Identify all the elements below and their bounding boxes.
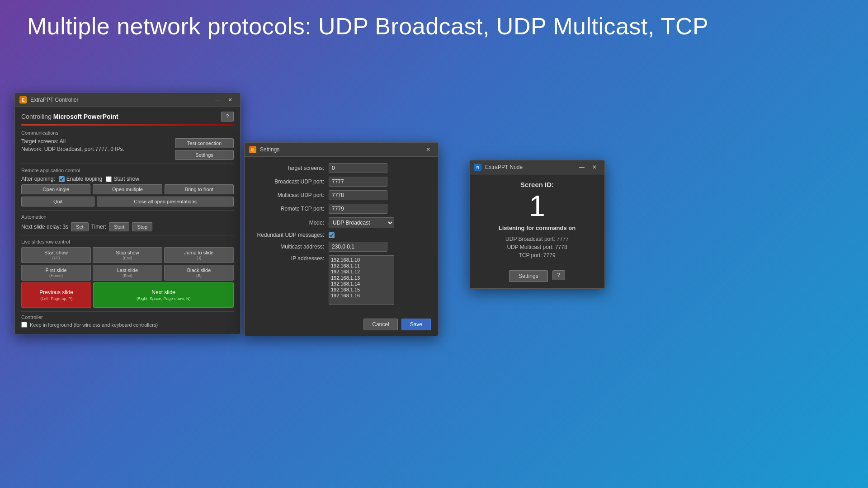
first-slide-btn[interactable]: First slide (Home) bbox=[21, 265, 91, 281]
automation-label: Automation bbox=[21, 214, 234, 220]
ip-addresses-row: IP addresses: 192.168.1.10 192.168.1.11 … bbox=[252, 255, 431, 305]
next-label: Next slide bbox=[151, 289, 175, 296]
enable-looping-checkbox[interactable] bbox=[59, 176, 65, 182]
quit-btn[interactable]: Quit bbox=[21, 197, 94, 206]
automation-row: Next slide delay: 3s Set Timer: Start St… bbox=[21, 222, 234, 231]
communications-row: Target screens: All Network: UDP Broadca… bbox=[21, 138, 234, 160]
save-btn[interactable]: Save bbox=[401, 319, 431, 330]
remote-tcp-input[interactable] bbox=[329, 204, 387, 214]
lsc-grid: Start show (F5) Stop show (Esc) Jump to … bbox=[21, 247, 234, 281]
previous-slide-btn[interactable]: Previous slide (Left, Page-up, P) bbox=[21, 282, 91, 308]
remote-tcp-row: Remote TCP port: bbox=[252, 204, 431, 214]
last-slide-btn[interactable]: Last slide (End) bbox=[93, 265, 162, 281]
multicast-address-label: Multicast address: bbox=[252, 244, 329, 250]
multicast-udp-row: Multicast UDP port: bbox=[252, 190, 431, 200]
node-minimize-btn[interactable]: — bbox=[576, 163, 587, 171]
timer-stop-btn[interactable]: Stop bbox=[132, 222, 152, 231]
set-btn[interactable]: Set bbox=[71, 222, 89, 231]
udp-broadcast-port-info: UDP Broadcast port: 7777 bbox=[478, 236, 596, 242]
target-screens-info: Target screens: All bbox=[21, 138, 171, 145]
black-slide-label: Black slide bbox=[187, 267, 211, 273]
mode-select[interactable]: UDP Broadcast UDP Multicast TCP bbox=[329, 217, 394, 228]
rac-buttons-row-2: Quit Close all open presentations bbox=[21, 197, 234, 206]
multicast-udp-input[interactable] bbox=[329, 190, 387, 200]
node-footer: Settings ? bbox=[470, 267, 604, 288]
rac-buttons-row-1: Open single Open multiple Bring to front bbox=[21, 184, 234, 194]
node-window-title: ExtraPPT Node bbox=[485, 164, 523, 170]
target-screens-row: Target screens: bbox=[252, 163, 431, 173]
ip-addresses-list[interactable]: 192.168.1.10 192.168.1.11 192.168.1.12 1… bbox=[329, 255, 394, 305]
node-help-btn[interactable]: ? bbox=[552, 270, 565, 280]
mode-row: Mode: UDP Broadcast UDP Multicast TCP bbox=[252, 217, 431, 228]
node-body: Screen ID: 1 Listening for commands on U… bbox=[470, 174, 604, 267]
settings-window-controls: ✕ bbox=[423, 145, 434, 154]
open-multiple-btn[interactable]: Open multiple bbox=[93, 184, 162, 194]
last-slide-label: Last slide bbox=[117, 267, 138, 273]
listening-label: Listening for commands on bbox=[478, 225, 596, 231]
titlebar-left: E ExtraPPT Controller bbox=[19, 96, 78, 103]
redundant-udp-checkbox[interactable] bbox=[329, 232, 335, 238]
cancel-btn[interactable]: Cancel bbox=[363, 319, 397, 330]
keep-foreground-item[interactable]: Keep in foreground (for wireless and key… bbox=[21, 322, 234, 328]
settings-app-icon: E bbox=[249, 146, 256, 153]
network-info: Network: UDP Broadcast, port 7777, 0 IPs… bbox=[21, 146, 171, 152]
first-slide-label: First slide bbox=[45, 267, 66, 273]
node-titlebar-left: N ExtraPPT Node bbox=[474, 164, 523, 171]
keep-foreground-label: Keep in foreground (for wireless and key… bbox=[30, 322, 158, 328]
stop-show-btn[interactable]: Stop show (Esc) bbox=[93, 247, 162, 263]
broadcast-udp-row: Broadcast UDP port: bbox=[252, 177, 431, 187]
screen-id-label: Screen ID: bbox=[478, 181, 596, 188]
broadcast-udp-label: Broadcast UDP port: bbox=[252, 178, 329, 185]
node-settings-btn[interactable]: Settings bbox=[509, 270, 547, 282]
enable-looping-checkbox-item[interactable]: Enable looping bbox=[59, 176, 102, 182]
mode-label: Mode: bbox=[252, 220, 329, 226]
test-connection-btn[interactable]: Test connection bbox=[175, 138, 234, 148]
settings-close-btn[interactable]: ✕ bbox=[423, 145, 434, 154]
close-all-btn[interactable]: Close all open presentations bbox=[97, 197, 234, 206]
settings-btn[interactable]: Settings bbox=[175, 150, 234, 160]
target-screens-label: Target screens: bbox=[252, 165, 329, 171]
controlling-text: Controlling Microsoft PowerPoint bbox=[21, 113, 118, 120]
black-slide-btn[interactable]: Black slide (B) bbox=[164, 265, 234, 281]
divider-1 bbox=[21, 164, 234, 164]
enable-looping-label: Enable looping bbox=[66, 176, 102, 182]
node-app-icon: N bbox=[474, 164, 481, 171]
screen-id-number: 1 bbox=[478, 190, 596, 222]
start-show-shortcut: (F5) bbox=[24, 256, 88, 260]
rac-after-opening-row: After opening: Enable looping Start show bbox=[21, 176, 234, 182]
jump-to-slide-label: Jump to slide bbox=[184, 250, 214, 255]
ip-addresses-label: IP addresses: bbox=[252, 255, 329, 262]
start-show-checkbox[interactable] bbox=[106, 176, 112, 182]
settings-titlebar-left: E Settings bbox=[249, 146, 279, 153]
settings-titlebar: E Settings ✕ bbox=[245, 143, 438, 157]
timer-start-btn[interactable]: Start bbox=[109, 222, 129, 231]
broadcast-udp-input[interactable] bbox=[329, 177, 387, 187]
communications-section-label: Communications bbox=[21, 130, 234, 136]
multicast-address-row: Multicast address: bbox=[252, 242, 431, 252]
controller-minimize-btn[interactable]: — bbox=[212, 96, 223, 104]
settings-window-title: Settings bbox=[260, 146, 279, 153]
prev-shortcut: (Left, Page-up, P) bbox=[25, 296, 87, 301]
remote-tcp-label: Remote TCP port: bbox=[252, 206, 329, 212]
start-show-checkbox-item[interactable]: Start show bbox=[106, 176, 139, 182]
controller-app-icon: E bbox=[19, 96, 27, 103]
controller-help-btn[interactable]: ? bbox=[221, 112, 234, 122]
node-close-btn[interactable]: ✕ bbox=[589, 163, 600, 171]
rac-label: Remote application control bbox=[21, 168, 234, 173]
target-screens-input[interactable] bbox=[329, 163, 387, 173]
divider-2 bbox=[21, 210, 234, 211]
jump-to-slide-btn[interactable]: Jump to slide (J) bbox=[164, 247, 234, 263]
multicast-address-input[interactable] bbox=[329, 242, 387, 252]
controller-footer-label: Controller bbox=[21, 314, 234, 320]
controller-window-title: ExtraPPT Controller bbox=[30, 97, 78, 103]
stop-show-shortcut: (Esc) bbox=[96, 256, 159, 260]
prev-label: Previous slide bbox=[39, 289, 73, 296]
controlling-row: Controlling Microsoft PowerPoint ? bbox=[21, 112, 234, 122]
controller-close-btn[interactable]: ✕ bbox=[225, 96, 236, 104]
start-show-btn[interactable]: Start show (F5) bbox=[21, 247, 91, 263]
bring-to-front-btn[interactable]: Bring to front bbox=[165, 184, 234, 194]
keep-foreground-checkbox[interactable] bbox=[21, 322, 27, 328]
last-shortcut: (End) bbox=[96, 273, 159, 278]
open-single-btn[interactable]: Open single bbox=[21, 184, 90, 194]
next-slide-btn[interactable]: Next slide (Right, Space, Page-down, N) bbox=[93, 282, 234, 308]
